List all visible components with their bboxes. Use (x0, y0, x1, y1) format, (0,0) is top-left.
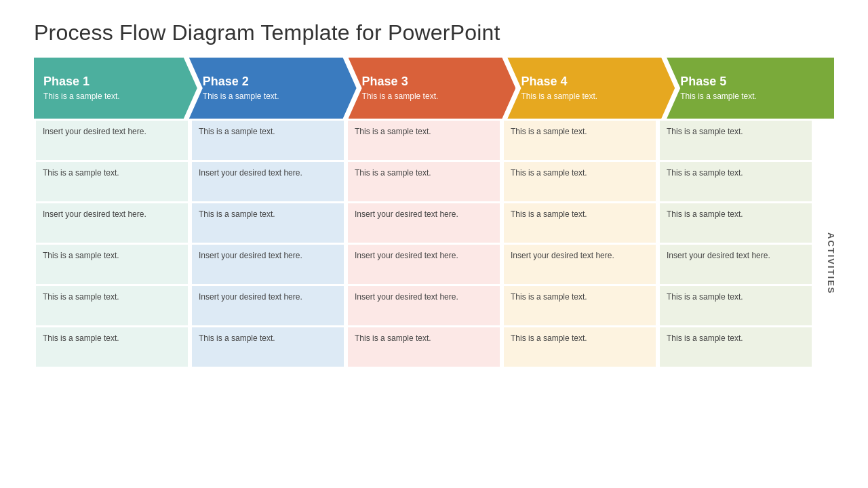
table-cell-5-1: This is a sample text. (660, 121, 812, 160)
table-cell-5-3: This is a sample text. (660, 203, 812, 243)
phase-1: Phase 1 This is a sample text. (34, 58, 197, 119)
phase-2-subtitle: This is a sample text. (203, 92, 350, 102)
table-cell-1-5: This is a sample text. (36, 286, 188, 325)
table-cell-4-6: This is a sample text. (504, 327, 656, 367)
table-cell-1-1: Insert your desired text here. (36, 121, 188, 160)
table-cell-2-3: This is a sample text. (192, 203, 344, 243)
table-cell-1-3: Insert your desired text here. (36, 203, 188, 243)
phase-4-title: Phase 4 (521, 75, 668, 89)
columns-wrapper: Insert your desired text here.This is a … (34, 119, 814, 367)
phase-5: Phase 5 This is a sample text. (667, 58, 834, 119)
table-col-3: This is a sample text.This is a sample t… (346, 119, 502, 367)
phase-3-subtitle: This is a sample text. (362, 92, 509, 102)
table-cell-3-2: This is a sample text. (348, 162, 500, 201)
table-cell-3-6: This is a sample text. (348, 327, 500, 367)
table-area: Insert your desired text here.This is a … (34, 119, 834, 367)
phase-2-title: Phase 2 (203, 75, 350, 89)
phase-3: Phase 3 This is a sample text. (349, 58, 516, 119)
table-cell-5-4: Insert your desired text here. (660, 245, 812, 284)
phase-4-subtitle: This is a sample text. (521, 92, 668, 102)
slide: Process Flow Diagram Template for PowerP… (14, 7, 854, 481)
table-col-5: This is a sample text.This is a sample t… (658, 119, 814, 367)
page-title: Process Flow Diagram Template for PowerP… (34, 20, 834, 45)
table-cell-3-4: Insert your desired text here. (348, 245, 500, 284)
table-cell-4-5: This is a sample text. (504, 286, 656, 325)
phase-5-subtitle: This is a sample text. (680, 92, 827, 102)
table-cell-3-1: This is a sample text. (348, 121, 500, 160)
phase-2: Phase 2 This is a sample text. (189, 58, 357, 119)
table-cell-4-4: Insert your desired text here. (504, 245, 656, 284)
table-cell-5-2: This is a sample text. (660, 162, 812, 201)
table-cell-1-2: This is a sample text. (36, 162, 188, 201)
table-cell-4-3: This is a sample text. (504, 203, 656, 243)
table-cell-5-5: This is a sample text. (660, 286, 812, 325)
table-col-4: This is a sample text.This is a sample t… (502, 119, 658, 367)
table-cell-1-4: This is a sample text. (36, 245, 188, 284)
table-col-1: Insert your desired text here.This is a … (34, 119, 190, 367)
table-cell-4-1: This is a sample text. (504, 121, 656, 160)
table-cell-2-2: Insert your desired text here. (192, 162, 344, 201)
table-cell-5-6: This is a sample text. (660, 327, 812, 367)
table-cell-4-2: This is a sample text. (504, 162, 656, 201)
phase-1-subtitle: This is a sample text. (43, 92, 191, 102)
table-cell-2-4: Insert your desired text here. (192, 245, 344, 284)
table-cell-3-3: Insert your desired text here. (348, 203, 500, 243)
table-cell-2-1: This is a sample text. (192, 121, 344, 160)
phase-1-title: Phase 1 (43, 75, 191, 89)
table-cell-2-5: Insert your desired text here. (192, 286, 344, 325)
activities-label: ACTIVITIES (826, 232, 836, 253)
table-cell-1-6: This is a sample text. (36, 327, 188, 367)
phase-3-title: Phase 3 (362, 75, 509, 89)
phase-5-title: Phase 5 (680, 75, 827, 89)
table-col-2: This is a sample text.Insert your desire… (190, 119, 346, 367)
phases-container: Phase 1 This is a sample text. Phase 2 T… (34, 58, 834, 119)
table-cell-2-6: This is a sample text. (192, 327, 344, 367)
phase-4: Phase 4 This is a sample text. (507, 58, 675, 119)
table-cell-3-5: Insert your desired text here. (348, 286, 500, 325)
